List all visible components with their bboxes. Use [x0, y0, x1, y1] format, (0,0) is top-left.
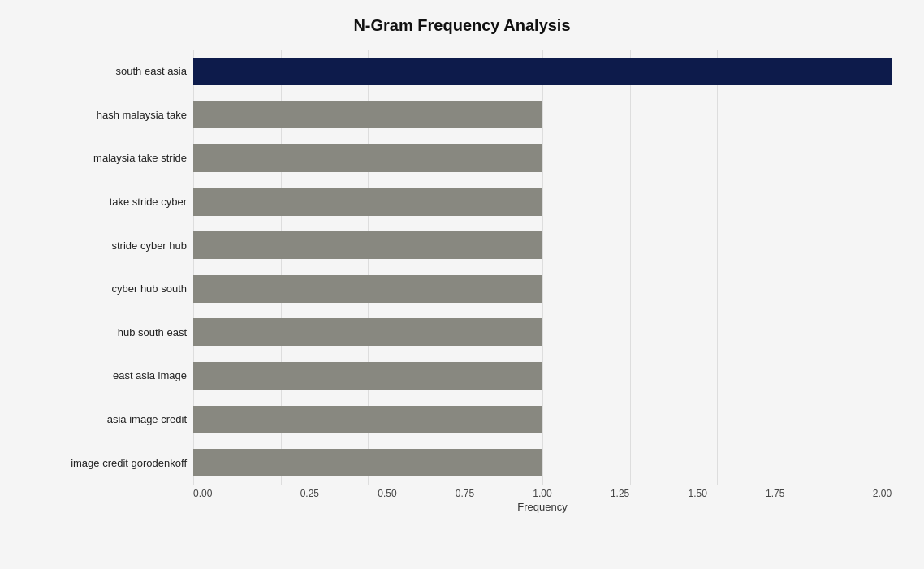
- y-label: take stride cyber: [32, 180, 193, 224]
- bar-row: [193, 398, 892, 442]
- x-axis-label: Frequency: [193, 501, 892, 513]
- bar-row: [193, 223, 892, 267]
- y-label: south east asia: [32, 50, 193, 93]
- x-tick-label: 0.00: [193, 488, 271, 499]
- bar: [193, 231, 542, 259]
- x-tick-label: 1.50: [658, 488, 736, 499]
- chart-container: N-Gram Frequency Analysis south east asi…: [0, 0, 924, 569]
- bar-row: [193, 180, 892, 224]
- bar: [193, 362, 542, 390]
- bar-row: [193, 311, 892, 355]
- y-label: asia image credit: [32, 398, 193, 442]
- bar: [193, 58, 892, 85]
- bar: [193, 449, 542, 476]
- x-axis-ticks: 0.000.250.500.751.001.251.501.752.00: [193, 485, 892, 499]
- y-label: hub south east: [32, 311, 193, 355]
- x-tick-label: 0.50: [348, 488, 426, 499]
- y-label: malaysia take stride: [32, 136, 193, 180]
- x-tick-label: 1.25: [581, 488, 659, 499]
- x-tick-label: 2.00: [814, 488, 892, 499]
- x-tick-label: 0.25: [271, 488, 349, 499]
- y-axis-labels: south east asiahash malaysia takemalaysi…: [32, 50, 193, 485]
- bar: [193, 318, 542, 346]
- bar: [193, 188, 542, 216]
- x-tick-label: 1.75: [736, 488, 814, 499]
- bar: [193, 275, 542, 303]
- y-label: east asia image: [32, 354, 193, 398]
- y-label: stride cyber hub: [32, 223, 193, 267]
- y-label: cyber hub south: [32, 267, 193, 311]
- bar-row: [193, 441, 892, 485]
- y-label: hash malaysia take: [32, 93, 193, 137]
- bar-row: [193, 354, 892, 398]
- bars-area: [193, 50, 892, 485]
- bar-row: [193, 267, 892, 311]
- chart-title: N-Gram Frequency Analysis: [32, 16, 892, 35]
- x-tick-label: 0.75: [426, 488, 504, 499]
- x-tick-label: 1.00: [503, 488, 581, 499]
- bar-row: [193, 93, 892, 137]
- bar: [193, 144, 542, 172]
- bar-row: [193, 50, 892, 93]
- bar-row: [193, 136, 892, 180]
- y-label: image credit gorodenkoff: [32, 441, 193, 485]
- bar: [193, 101, 542, 128]
- grid-line: [892, 50, 892, 485]
- bar: [193, 406, 542, 433]
